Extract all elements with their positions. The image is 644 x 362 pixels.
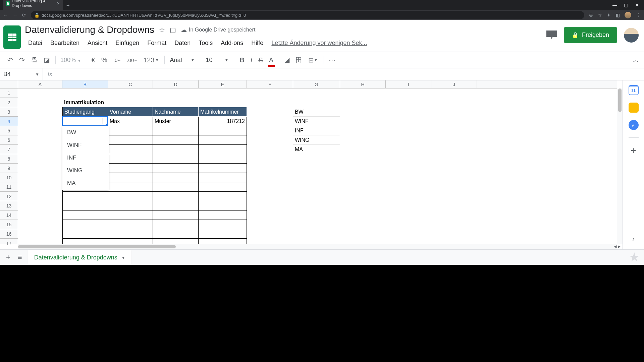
- column-header-F[interactable]: F: [247, 80, 293, 88]
- share-button[interactable]: Freigeben: [564, 27, 617, 43]
- table-header[interactable]: Vorname: [108, 107, 153, 117]
- horizontal-scrollbar[interactable]: [18, 244, 617, 249]
- column-header-B[interactable]: B: [62, 80, 108, 88]
- menu-ansicht[interactable]: Ansicht: [84, 38, 111, 48]
- explore-icon[interactable]: [629, 252, 639, 262]
- scroll-left-icon[interactable]: ◀: [614, 244, 616, 249]
- table-title[interactable]: Immatrikulation: [62, 98, 108, 107]
- table-cell[interactable]: [108, 220, 153, 229]
- table-cell[interactable]: [153, 154, 199, 164]
- close-tab-icon[interactable]: ×: [57, 1, 60, 6]
- row-header-6[interactable]: 6: [0, 135, 18, 145]
- undo-icon[interactable]: ↶: [5, 54, 16, 66]
- menu-format[interactable]: Format: [144, 38, 170, 48]
- table-cell[interactable]: [108, 164, 153, 173]
- text-color-icon[interactable]: A: [266, 54, 276, 66]
- menu-daten[interactable]: Daten: [171, 38, 194, 48]
- row-header-17[interactable]: 17: [0, 239, 18, 248]
- row-header-16[interactable]: 16: [0, 229, 18, 239]
- currency-icon[interactable]: €: [89, 54, 98, 66]
- minimize-icon[interactable]: —: [612, 2, 617, 8]
- table-cell[interactable]: [153, 210, 199, 220]
- strikethrough-icon[interactable]: S: [256, 54, 265, 66]
- close-window-icon[interactable]: ✕: [635, 2, 639, 8]
- table-cell[interactable]: [108, 135, 153, 145]
- table-cell[interactable]: [199, 164, 247, 173]
- maximize-icon[interactable]: ▢: [624, 2, 628, 8]
- table-cell[interactable]: [153, 135, 199, 145]
- table-cell[interactable]: [199, 135, 247, 145]
- table-cell[interactable]: [108, 173, 153, 182]
- fill-color-icon[interactable]: ◢: [282, 54, 292, 66]
- table-cell[interactable]: [153, 201, 199, 210]
- table-cell[interactable]: [108, 126, 153, 135]
- table-cell[interactable]: [199, 182, 247, 192]
- star-icon[interactable]: ☆: [159, 26, 165, 34]
- table-cell[interactable]: [62, 210, 108, 220]
- zoom-icon[interactable]: ⊕: [589, 12, 593, 18]
- font-select[interactable]: Arial▼: [167, 57, 198, 64]
- formula-bar[interactable]: [57, 68, 644, 80]
- table-cell[interactable]: [62, 201, 108, 210]
- row-header-10[interactable]: 10: [0, 173, 18, 182]
- table-cell[interactable]: [108, 145, 153, 154]
- table-cell[interactable]: [153, 192, 199, 201]
- table-cell[interactable]: [108, 154, 153, 164]
- menu-einfuegen[interactable]: Einfügen: [112, 38, 143, 48]
- scroll-right-icon[interactable]: ▶: [618, 244, 621, 249]
- row-header-2[interactable]: 2: [0, 98, 18, 107]
- last-edit-link[interactable]: Letzte Änderung vor wenigen Sek...: [268, 38, 370, 48]
- table-cell[interactable]: [199, 192, 247, 201]
- table-cell[interactable]: [62, 220, 108, 229]
- table-cell[interactable]: [199, 154, 247, 164]
- bold-icon[interactable]: B: [237, 54, 247, 66]
- all-sheets-icon[interactable]: ≡: [16, 252, 23, 263]
- menu-tools[interactable]: Tools: [195, 38, 216, 48]
- sheets-logo[interactable]: [3, 25, 21, 49]
- column-header-H[interactable]: H: [340, 80, 386, 88]
- calendar-sidepanel-icon[interactable]: [629, 85, 639, 95]
- address-bar[interactable]: 🔒 docs.google.com/spreadsheets/d/1JKUDAN…: [31, 11, 584, 19]
- validation-value[interactable]: BW: [293, 107, 340, 117]
- bookmark-icon[interactable]: ☆: [598, 12, 602, 18]
- validation-dropdown[interactable]: BWWINFINFWINGMA: [62, 126, 109, 190]
- reload-icon[interactable]: ⟳: [22, 12, 26, 18]
- table-cell[interactable]: [199, 173, 247, 182]
- validation-value[interactable]: WINF: [293, 117, 340, 126]
- zoom-select[interactable]: 100% ▼: [58, 57, 83, 64]
- table-cell[interactable]: [199, 210, 247, 220]
- cell-nachname[interactable]: Muster: [153, 117, 199, 126]
- cell-b4[interactable]: [62, 117, 108, 126]
- table-header[interactable]: Studiengang: [62, 107, 108, 117]
- sheet-tab[interactable]: Datenvalidierung & Dropdowns ▼: [28, 250, 131, 264]
- browser-tab[interactable]: Datenvalidierung & Dropdowns ×: [3, 0, 63, 10]
- table-cell[interactable]: [199, 220, 247, 229]
- column-header-C[interactable]: C: [108, 80, 153, 88]
- table-cell[interactable]: [108, 210, 153, 220]
- table-cell[interactable]: [108, 182, 153, 192]
- keep-sidepanel-icon[interactable]: [629, 103, 639, 113]
- table-cell[interactable]: [153, 145, 199, 154]
- redo-icon[interactable]: ↷: [16, 54, 28, 66]
- menu-icon[interactable]: ⋮: [636, 12, 641, 18]
- table-header[interactable]: Nachname: [153, 107, 199, 117]
- column-header-J[interactable]: J: [431, 80, 477, 88]
- table-cell[interactable]: [153, 220, 199, 229]
- row-header-8[interactable]: 8: [0, 154, 18, 164]
- validation-value[interactable]: INF: [293, 126, 340, 135]
- number-format-select[interactable]: 123▼: [141, 54, 161, 66]
- table-cell[interactable]: [62, 229, 108, 239]
- row-header-14[interactable]: 14: [0, 210, 18, 220]
- menu-addons[interactable]: Add-ons: [217, 38, 247, 48]
- tasks-sidepanel-icon[interactable]: [629, 120, 639, 130]
- row-header-1[interactable]: 1: [0, 88, 18, 98]
- row-header-9[interactable]: 9: [0, 164, 18, 173]
- column-header-I[interactable]: I: [386, 80, 431, 88]
- dropdown-option[interactable]: WING: [62, 164, 109, 177]
- table-cell[interactable]: [199, 229, 247, 239]
- dropdown-option[interactable]: INF: [62, 152, 109, 164]
- profile-avatar[interactable]: [625, 12, 631, 18]
- extensions-icon[interactable]: ✦: [607, 12, 611, 18]
- table-cell[interactable]: [62, 192, 108, 201]
- table-cell[interactable]: [153, 126, 199, 135]
